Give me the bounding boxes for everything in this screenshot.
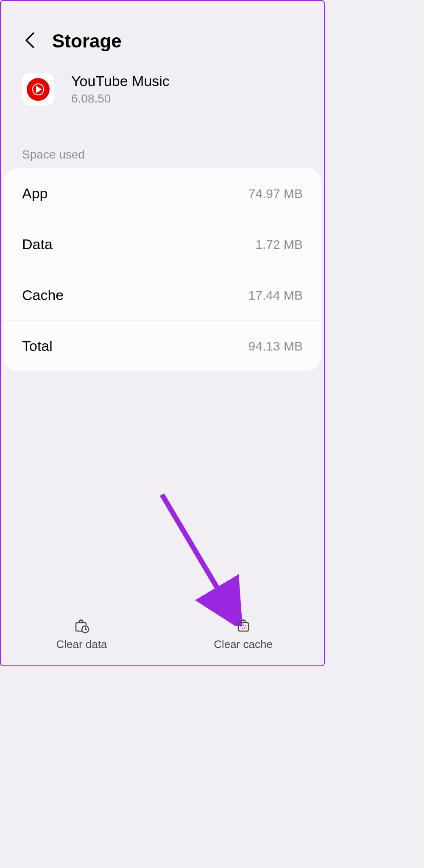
- row-total: Total 94.13 MB: [3, 321, 321, 371]
- bottom-bar: Clear data Clear cache: [1, 610, 324, 665]
- clear-cache-label: Clear cache: [214, 638, 273, 651]
- section-label: Space used: [1, 114, 324, 168]
- back-icon[interactable]: [24, 31, 35, 51]
- row-label: Data: [22, 236, 53, 253]
- row-value: 1.72 MB: [255, 237, 303, 252]
- row-value: 17.44 MB: [248, 288, 303, 303]
- row-label: App: [22, 185, 48, 202]
- page-title: Storage: [52, 31, 122, 52]
- app-icon: [22, 73, 54, 106]
- row-data: Data 1.72 MB: [3, 219, 321, 270]
- app-version: 6.08.50: [71, 92, 170, 106]
- app-info: YouTube Music 6.08.50: [1, 56, 324, 114]
- clear-cache-icon: [235, 617, 252, 634]
- clear-cache-button[interactable]: Clear cache: [162, 610, 324, 658]
- row-app: App 74.97 MB: [3, 168, 321, 219]
- svg-rect-3: [238, 623, 248, 631]
- header: Storage: [1, 1, 324, 56]
- app-name: YouTube Music: [71, 73, 170, 89]
- annotation-arrow-icon: [158, 490, 243, 626]
- row-value: 94.13 MB: [248, 339, 303, 353]
- clear-data-button[interactable]: Clear data: [1, 610, 162, 658]
- clear-data-label: Clear data: [56, 638, 107, 651]
- clear-data-icon: [73, 617, 90, 634]
- row-label: Cache: [22, 287, 64, 303]
- row-label: Total: [22, 338, 53, 354]
- svg-line-0: [162, 495, 230, 609]
- storage-card: App 74.97 MB Data 1.72 MB Cache 17.44 MB…: [3, 168, 321, 371]
- row-value: 74.97 MB: [248, 186, 303, 201]
- row-cache: Cache 17.44 MB: [3, 270, 321, 321]
